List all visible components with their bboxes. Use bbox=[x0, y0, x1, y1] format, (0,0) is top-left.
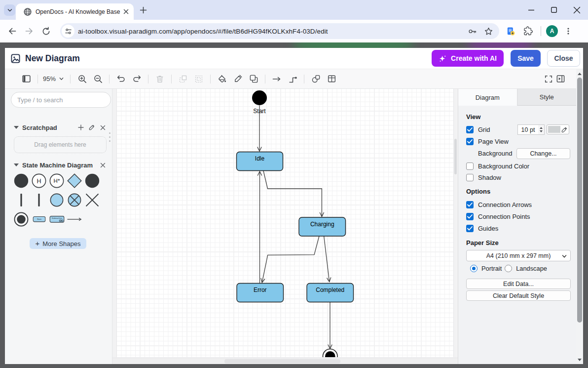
shape-entry-point[interactable] bbox=[48, 190, 66, 209]
tab-style[interactable]: Style bbox=[517, 89, 577, 106]
portrait-radio[interactable] bbox=[470, 265, 478, 272]
scrollbar-thumb[interactable] bbox=[224, 359, 340, 364]
grid-checkbox[interactable] bbox=[466, 126, 474, 133]
profile-avatar[interactable]: A bbox=[546, 25, 558, 37]
edge-charging-to-completed[interactable] bbox=[324, 236, 330, 282]
step-down-icon[interactable] bbox=[540, 130, 543, 132]
shape-shallow-history[interactable]: H bbox=[30, 171, 48, 190]
paper-size-select[interactable]: A4 (210 mm x 297 mm) bbox=[466, 250, 571, 261]
edit-data-button[interactable]: Edit Data... bbox=[466, 279, 571, 289]
canvas-vertical-scrollbar[interactable] bbox=[454, 139, 457, 174]
change-background-button[interactable]: Change... bbox=[516, 148, 570, 159]
shadow-button[interactable] bbox=[247, 73, 260, 85]
scratchpad-dropzone[interactable]: Drag elements here bbox=[14, 136, 107, 153]
tab-search-button[interactable] bbox=[4, 4, 15, 16]
scrollbar-thumb[interactable] bbox=[577, 78, 582, 323]
grid-size-stepper[interactable] bbox=[538, 124, 545, 135]
browser-menu-button[interactable] bbox=[562, 25, 575, 38]
scroll-up-arrow[interactable] bbox=[576, 70, 583, 77]
shape-search-box[interactable] bbox=[11, 92, 111, 108]
zoom-dropdown[interactable]: 95% bbox=[43, 75, 64, 82]
address-bar[interactable]: ai-toolbox.visual-paradigm.com/app/opend… bbox=[60, 23, 499, 39]
insert-table-button[interactable] bbox=[325, 73, 338, 85]
shape-state[interactable]: State bbox=[30, 209, 48, 229]
toggle-format-panel-button[interactable] bbox=[554, 73, 567, 85]
shape-deep-history[interactable]: H* bbox=[48, 171, 66, 190]
redo-button[interactable] bbox=[130, 73, 143, 85]
window-maximize-button[interactable] bbox=[543, 0, 565, 20]
shape-final-state[interactable] bbox=[12, 209, 30, 229]
canvas-horizontal-scrollbar[interactable] bbox=[112, 358, 458, 364]
shadow-checkbox[interactable] bbox=[466, 174, 474, 181]
shape-fork-vertical[interactable] bbox=[12, 190, 30, 209]
background-color-checkbox[interactable] bbox=[466, 163, 474, 170]
sidebar-splitter-handle[interactable] bbox=[109, 131, 110, 143]
toggle-sidebar-button[interactable] bbox=[20, 73, 33, 85]
tab-close-button[interactable] bbox=[122, 8, 130, 16]
zoom-in-button[interactable] bbox=[75, 73, 88, 85]
window-minimize-button[interactable] bbox=[520, 0, 543, 20]
scroll-down-arrow[interactable] bbox=[576, 356, 583, 363]
site-info-button[interactable] bbox=[62, 25, 74, 38]
line-color-button[interactable] bbox=[231, 73, 244, 85]
connection-style-button[interactable] bbox=[270, 73, 283, 85]
more-shapes-button[interactable]: + More Shapes bbox=[30, 238, 86, 249]
bookmark-button[interactable] bbox=[482, 25, 494, 37]
connection-arrows-checkbox[interactable] bbox=[466, 201, 474, 208]
shape-composite-state[interactable]: Submachine bbox=[48, 209, 66, 229]
scratchpad-header[interactable]: Scratchpad bbox=[14, 123, 107, 132]
tab-diagram[interactable]: Diagram bbox=[458, 89, 517, 106]
grid-color-button[interactable] bbox=[547, 124, 569, 134]
fullscreen-button[interactable] bbox=[542, 73, 555, 85]
shape-join-vertical[interactable] bbox=[30, 190, 48, 209]
url-text[interactable]: ai-toolbox.visual-paradigm.com/app/opend… bbox=[78, 28, 462, 35]
fill-color-button[interactable] bbox=[216, 73, 228, 85]
extensions-button[interactable] bbox=[522, 25, 535, 38]
create-with-ai-button[interactable]: Create with AI bbox=[432, 50, 504, 67]
forward-button[interactable] bbox=[21, 23, 37, 40]
grid-size-input[interactable]: 10 pt bbox=[517, 124, 539, 135]
edge-charging-to-error[interactable] bbox=[262, 236, 319, 283]
shape-exit-point[interactable] bbox=[66, 190, 83, 209]
scratchpad-edit-button[interactable] bbox=[87, 123, 96, 132]
collapse-arrow-icon bbox=[14, 164, 19, 166]
section-close-button[interactable] bbox=[98, 161, 107, 169]
shape-initial-state[interactable] bbox=[12, 171, 30, 190]
reload-button[interactable] bbox=[37, 23, 54, 40]
save-button[interactable]: Save bbox=[511, 50, 541, 67]
edge-idle-to-charging[interactable] bbox=[263, 171, 322, 217]
guides-checkbox[interactable] bbox=[466, 225, 474, 232]
waypoints-button[interactable] bbox=[286, 73, 299, 85]
back-button[interactable] bbox=[4, 23, 21, 40]
to-front-button[interactable] bbox=[177, 73, 189, 85]
shape-transition[interactable] bbox=[66, 209, 83, 229]
landscape-radio[interactable] bbox=[505, 265, 512, 272]
shape-section-header[interactable]: State Machine Diagram bbox=[14, 161, 107, 169]
step-up-icon[interactable] bbox=[540, 127, 543, 129]
zoom-out-button[interactable] bbox=[91, 73, 104, 85]
insert-shape-button[interactable] bbox=[309, 73, 322, 85]
new-tab-button[interactable] bbox=[139, 5, 148, 15]
app-vertical-scrollbar[interactable] bbox=[576, 69, 583, 364]
docs-extension-icon[interactable] bbox=[504, 25, 517, 38]
scratchpad-close-button[interactable] bbox=[98, 123, 107, 132]
shape-search-input[interactable] bbox=[17, 96, 105, 104]
to-back-button[interactable] bbox=[192, 73, 205, 85]
fill-color-icon bbox=[218, 74, 227, 83]
scratchpad-add-button[interactable] bbox=[76, 123, 85, 132]
shape-choice[interactable] bbox=[66, 171, 83, 190]
shape-empty-slot bbox=[83, 209, 101, 229]
window-close-button[interactable] bbox=[565, 0, 588, 20]
shape-terminate-state[interactable] bbox=[83, 171, 101, 190]
undo-button[interactable] bbox=[114, 73, 127, 85]
clear-default-style-button[interactable]: Clear Default Style bbox=[466, 290, 571, 301]
browser-tab[interactable]: OpenDocs - AI Knowledge Base bbox=[16, 3, 134, 20]
node-start[interactable] bbox=[252, 90, 267, 105]
shape-flow-final[interactable] bbox=[83, 190, 101, 209]
passwords-button[interactable] bbox=[466, 25, 478, 37]
delete-button[interactable] bbox=[153, 73, 166, 85]
page-view-checkbox[interactable] bbox=[466, 138, 474, 145]
connection-points-checkbox[interactable] bbox=[466, 213, 474, 220]
close-button[interactable]: Close bbox=[547, 50, 580, 67]
diagram-canvas[interactable]: StartIdleChargingErrorCompleted bbox=[112, 89, 458, 364]
